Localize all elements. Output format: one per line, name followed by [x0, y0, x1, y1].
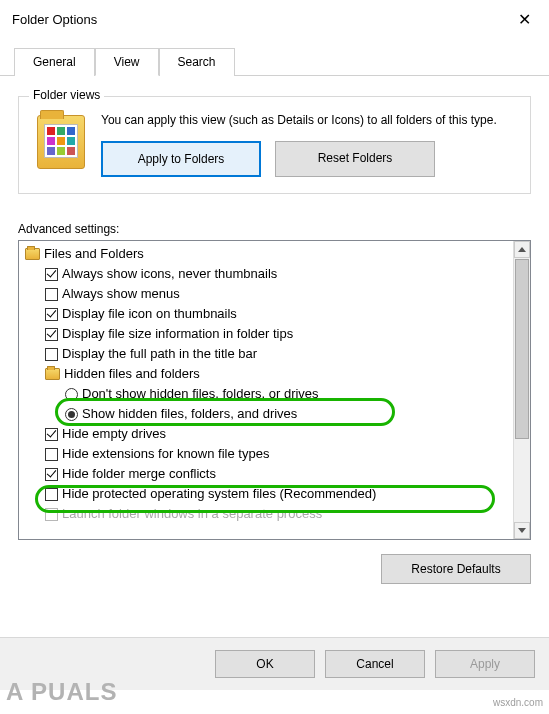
- reset-folders-button[interactable]: Reset Folders: [275, 141, 435, 177]
- checkbox-icon[interactable]: [45, 268, 58, 281]
- watermark-text: A PUALS: [6, 678, 117, 705]
- folder-views-text: You can apply this view (such as Details…: [101, 111, 518, 177]
- close-icon[interactable]: ✕: [510, 8, 539, 31]
- option-label: Don't show hidden files, folders, or dri…: [82, 384, 319, 404]
- titlebar: Folder Options ✕: [0, 0, 549, 39]
- scrollbar[interactable]: [513, 241, 530, 539]
- folder-small-icon: [45, 368, 60, 380]
- checkbox-icon[interactable]: [45, 308, 58, 321]
- opt-hide-extensions[interactable]: Hide extensions for known file types: [23, 444, 509, 464]
- option-label: Always show icons, never thumbnails: [62, 264, 277, 284]
- option-label: Hide extensions for known file types: [62, 444, 269, 464]
- tab-content: Folder views You can apply this view (su…: [0, 76, 549, 594]
- opt-hide-merge-conflicts[interactable]: Hide folder merge conflicts: [23, 464, 509, 484]
- folder-views-title: Folder views: [29, 88, 104, 102]
- ok-button[interactable]: OK: [215, 650, 315, 678]
- radio-icon[interactable]: [65, 408, 78, 421]
- checkbox-icon[interactable]: [45, 468, 58, 481]
- option-label: Hide folder merge conflicts: [62, 464, 216, 484]
- tree-hidden-group: Hidden files and folders: [23, 364, 509, 384]
- checkbox-icon[interactable]: [45, 508, 58, 521]
- advanced-tree: Files and Folders Always show icons, nev…: [18, 240, 531, 540]
- scroll-track[interactable]: [514, 258, 530, 522]
- option-label: Always show menus: [62, 284, 180, 304]
- tab-view[interactable]: View: [95, 48, 159, 76]
- opt-always-show-icons[interactable]: Always show icons, never thumbnails: [23, 264, 509, 284]
- option-label: Display file size information in folder …: [62, 324, 293, 344]
- checkbox-icon[interactable]: [45, 428, 58, 441]
- advanced-settings-label: Advanced settings:: [18, 222, 531, 236]
- folder-small-icon: [25, 248, 40, 260]
- opt-show-hidden[interactable]: Show hidden files, folders, and drives: [23, 404, 509, 424]
- checkbox-icon[interactable]: [45, 488, 58, 501]
- checkbox-icon[interactable]: [45, 288, 58, 301]
- folder-icon: [37, 115, 85, 169]
- checkbox-icon[interactable]: [45, 328, 58, 341]
- option-label: Display file icon on thumbnails: [62, 304, 237, 324]
- checkbox-icon[interactable]: [45, 448, 58, 461]
- opt-display-file-icon[interactable]: Display file icon on thumbnails: [23, 304, 509, 324]
- window-title: Folder Options: [12, 12, 97, 27]
- option-label: Display the full path in the title bar: [62, 344, 257, 364]
- watermark-logo: A PUALS: [0, 678, 117, 706]
- option-label: Hide empty drives: [62, 424, 166, 444]
- apply-button[interactable]: Apply: [435, 650, 535, 678]
- checkbox-icon[interactable]: [45, 348, 58, 361]
- opt-display-file-size[interactable]: Display file size information in folder …: [23, 324, 509, 344]
- opt-hide-protected-os-files[interactable]: Hide protected operating system files (R…: [23, 484, 509, 504]
- folder-views-group: Folder views You can apply this view (su…: [18, 96, 531, 194]
- scroll-down-button[interactable]: [514, 522, 530, 539]
- cancel-button[interactable]: Cancel: [325, 650, 425, 678]
- scroll-thumb[interactable]: [515, 259, 529, 439]
- apply-to-folders-button[interactable]: Apply to Folders: [101, 141, 261, 177]
- option-label: Show hidden files, folders, and drives: [82, 404, 297, 424]
- watermark-site: wsxdn.com: [493, 697, 543, 708]
- tab-strip: General View Search: [0, 47, 549, 76]
- folder-views-description: You can apply this view (such as Details…: [101, 111, 518, 129]
- radio-icon[interactable]: [65, 388, 78, 401]
- chevron-down-icon: [518, 528, 526, 533]
- tab-general[interactable]: General: [14, 48, 95, 76]
- restore-defaults-button[interactable]: Restore Defaults: [381, 554, 531, 584]
- tree-content: Files and Folders Always show icons, nev…: [19, 241, 513, 539]
- tab-search[interactable]: Search: [159, 48, 235, 76]
- scroll-up-button[interactable]: [514, 241, 530, 258]
- opt-dont-show-hidden[interactable]: Don't show hidden files, folders, or dri…: [23, 384, 509, 404]
- tree-root-label: Files and Folders: [44, 244, 144, 264]
- opt-launch-separate-process[interactable]: Launch folder windows in a separate proc…: [23, 504, 509, 524]
- opt-display-full-path[interactable]: Display the full path in the title bar: [23, 344, 509, 364]
- option-label: Launch folder windows in a separate proc…: [62, 504, 322, 524]
- chevron-up-icon: [518, 247, 526, 252]
- opt-always-show-menus[interactable]: Always show menus: [23, 284, 509, 304]
- hidden-group-label: Hidden files and folders: [64, 364, 200, 384]
- tree-root: Files and Folders: [23, 244, 509, 264]
- opt-hide-empty-drives[interactable]: Hide empty drives: [23, 424, 509, 444]
- option-label: Hide protected operating system files (R…: [62, 484, 376, 504]
